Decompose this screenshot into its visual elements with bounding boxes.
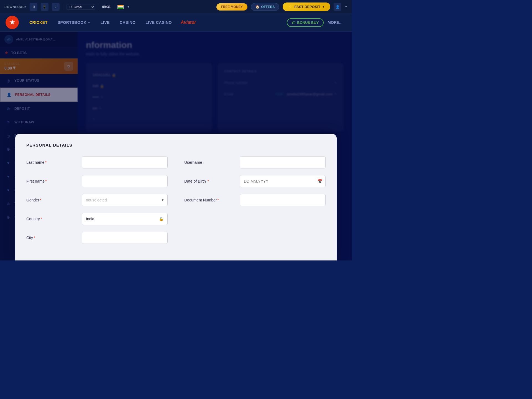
modal-right-column: Username Date of Birth * 📅 xyxy=(184,155,326,249)
divider-2 xyxy=(99,4,99,10)
country-lock-icon: 🔒 xyxy=(159,217,163,221)
bonus-buy-icon: 🏷 xyxy=(292,21,295,25)
main-area: ◎ AMELIA1995YEAR@GMAI... ★ TO BETS BALAN… xyxy=(0,32,352,260)
nav-more-label: MORE... xyxy=(328,20,342,25)
sportsbook-arrow: ▼ xyxy=(88,21,90,24)
nav-more[interactable]: MORE... xyxy=(324,20,346,25)
free-money-button[interactable]: FREE MONEY xyxy=(216,3,247,11)
deposit-icon: ⚡ xyxy=(288,5,293,9)
nav-casino-label: CASINO xyxy=(120,20,135,25)
modal-title: PERSONAL DETAILS xyxy=(26,143,326,147)
username-input[interactable] xyxy=(240,156,326,168)
country-display: India 🔒 xyxy=(82,213,168,225)
divider-1 xyxy=(63,4,63,10)
deposit-button[interactable]: ⚡ FAST DEPOSIT ▼ xyxy=(283,2,330,11)
flag-icon xyxy=(117,5,124,9)
download-android-icon[interactable]: 📱 xyxy=(41,3,48,11)
document-number-row: Document Number* xyxy=(184,193,326,207)
download-check-icon[interactable]: ✓ xyxy=(52,3,60,11)
nav-live-casino-label: LIVE CASINO xyxy=(145,20,172,25)
country-label: Country* xyxy=(26,217,82,221)
username-row: Username xyxy=(184,155,326,170)
dob-input[interactable] xyxy=(240,175,326,187)
first-name-row: First name* xyxy=(26,174,168,188)
nav-live-label: LIVE xyxy=(101,20,110,25)
nav-live[interactable]: LIVE xyxy=(96,14,115,31)
offers-icon: 🏠 xyxy=(255,5,260,9)
city-input[interactable] xyxy=(82,232,168,244)
nav-cricket-label: CRICKET xyxy=(29,20,48,25)
first-name-required: * xyxy=(45,179,47,183)
site-logo[interactable]: ★ xyxy=(6,16,19,29)
nav-live-casino[interactable]: LIVE CASINO xyxy=(140,14,177,31)
dob-input-wrapper: 📅 xyxy=(240,175,326,187)
nav-cricket[interactable]: CRICKET xyxy=(24,14,53,31)
first-name-input[interactable] xyxy=(82,175,168,187)
gender-select[interactable]: not selected Male Female Other xyxy=(82,194,168,206)
nav-casino[interactable]: CASINO xyxy=(115,14,140,31)
gender-row: Gender* not selected Male Female Other ▼ xyxy=(26,193,168,207)
gender-required: * xyxy=(40,198,41,202)
gender-select-wrapper: not selected Male Female Other ▼ xyxy=(82,194,168,206)
nav-sportsbook[interactable]: SPORTSBOOK ▼ xyxy=(53,14,96,31)
nav-aviator-label: Aviator xyxy=(181,20,196,25)
gender-label: Gender* xyxy=(26,198,82,202)
top-bar: DOWNLOAD: 🖥 📱 ✓ DECIMAL FRACTIONAL 09:31… xyxy=(0,0,352,14)
country-value: India xyxy=(86,217,94,221)
offers-label: OFFERS xyxy=(261,5,275,9)
user-icon[interactable]: 👤 xyxy=(334,3,341,11)
divider-3 xyxy=(114,4,114,10)
country-row: Country* India 🔒 xyxy=(26,212,168,226)
nav-sportsbook-label: SPORTSBOOK xyxy=(58,20,87,25)
nav-bar: ★ CRICKET SPORTSBOOK ▼ LIVE CASINO LIVE … xyxy=(0,14,352,32)
download-label: DOWNLOAD: xyxy=(4,5,26,9)
user-arrow: ▼ xyxy=(345,5,347,8)
city-row: City* xyxy=(26,231,168,245)
city-label: City* xyxy=(26,236,82,240)
dob-row: Date of Birth * 📅 xyxy=(184,174,326,188)
decimal-select[interactable]: DECIMAL FRACTIONAL xyxy=(66,4,95,10)
last-name-input[interactable] xyxy=(82,156,168,168)
document-number-label: Document Number* xyxy=(184,198,240,202)
first-name-label: First name* xyxy=(26,179,82,183)
download-windows-icon[interactable]: 🖥 xyxy=(30,3,37,11)
bonus-buy-button[interactable]: 🏷 BONUS BUY xyxy=(287,18,324,27)
deposit-dropdown-icon: ▼ xyxy=(322,5,325,8)
deposit-label: FAST DEPOSIT xyxy=(294,5,320,9)
document-number-input[interactable] xyxy=(240,194,326,206)
dropdown-arrow: ▼ xyxy=(127,5,130,8)
modal-form-grid: Last name* First name* Gen xyxy=(26,155,326,249)
city-required: * xyxy=(34,236,35,240)
offers-button[interactable]: 🏠 OFFERS xyxy=(251,3,280,11)
username-label: Username xyxy=(184,160,240,165)
modal-overlay: PERSONAL DETAILS Last name* First nam xyxy=(0,32,352,260)
modal-left-column: Last name* First name* Gen xyxy=(26,155,168,249)
dob-required: * xyxy=(208,179,209,183)
personal-details-modal: PERSONAL DETAILS Last name* First nam xyxy=(15,134,337,260)
bonus-buy-label: BONUS BUY xyxy=(297,21,319,25)
document-required: * xyxy=(218,198,219,202)
country-required: * xyxy=(40,217,42,221)
last-name-label: Last name* xyxy=(26,160,82,165)
time-display: 09:31 xyxy=(102,5,111,9)
dob-label: Date of Birth * xyxy=(184,179,240,183)
nav-aviator[interactable]: Aviator xyxy=(177,20,200,25)
last-name-row: Last name* xyxy=(26,155,168,170)
last-name-required: * xyxy=(45,160,46,165)
